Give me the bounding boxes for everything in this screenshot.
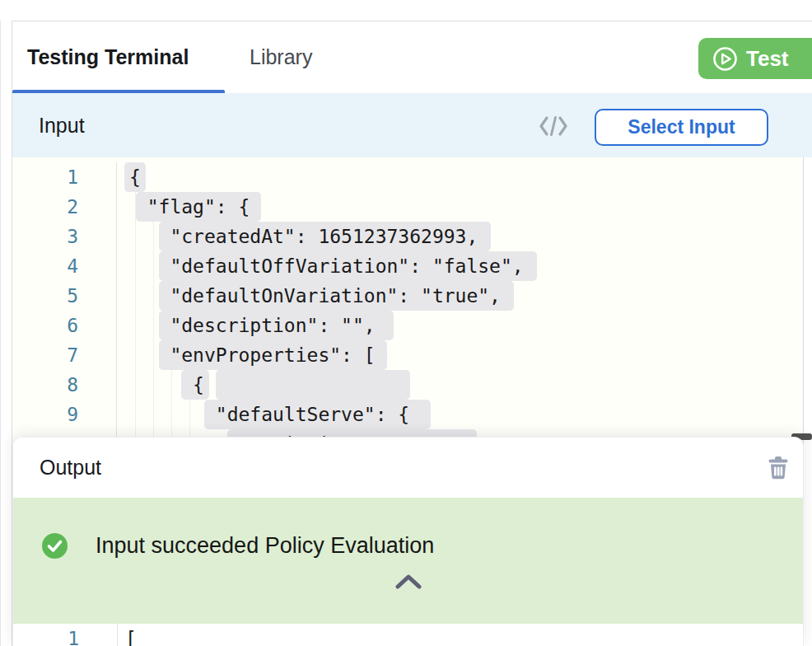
code-line: 4 "defaultOffVariation": "false", xyxy=(12,251,803,281)
output-section-title: Output xyxy=(40,438,101,498)
code-line: 6 "description": "", xyxy=(12,311,803,340)
output-panel: Output Input succeeded Policy Evaluation xyxy=(12,437,804,646)
line-number: 9 xyxy=(12,400,116,429)
tab-library[interactable]: Library xyxy=(250,21,312,93)
line-number: 4 xyxy=(12,251,116,281)
line-number: 3 xyxy=(12,222,116,251)
outer-divider xyxy=(0,21,1,646)
chevron-up-icon[interactable] xyxy=(390,570,427,595)
input-section-title: Input xyxy=(39,93,85,157)
line-number: 5 xyxy=(12,281,116,311)
trash-icon[interactable] xyxy=(767,456,790,480)
line-number: 7 xyxy=(12,340,116,370)
test-button-label: Test xyxy=(746,46,789,72)
line-number: 8 xyxy=(12,370,116,400)
select-input-button[interactable]: Select Input xyxy=(595,109,768,146)
input-section-header: Input Select Input xyxy=(12,93,812,157)
code-line: 1{ xyxy=(12,162,803,192)
success-banner: Input succeeded Policy Evaluation xyxy=(13,498,803,624)
output-code-editor[interactable]: 1[ xyxy=(13,624,803,646)
code-line: 3 "createdAt": 1651237362993, xyxy=(12,222,803,251)
check-circle-icon xyxy=(42,533,68,559)
line-number: 1 xyxy=(13,624,117,646)
line-number: 6 xyxy=(12,311,116,340)
line-number: 1 xyxy=(12,162,116,192)
line-number: 2 xyxy=(12,192,116,222)
success-message: Input succeeded Policy Evaluation xyxy=(96,533,434,559)
tab-testing-terminal[interactable]: Testing Terminal xyxy=(27,21,189,93)
code-line: 5 "defaultOnVariation": "true", xyxy=(12,281,803,311)
code-view-icon[interactable] xyxy=(538,115,569,138)
output-section-header: Output xyxy=(13,438,803,498)
tab-bar: Testing Terminal Library Test xyxy=(12,21,812,93)
test-button[interactable]: Test xyxy=(698,38,812,79)
code-line: 2 "flag": { xyxy=(12,192,803,222)
play-circle-icon xyxy=(712,46,738,72)
code-line: 1[ xyxy=(13,624,803,646)
code-line: 9 "defaultServe": { xyxy=(12,400,803,429)
code-line: 7 "envProperties": [ xyxy=(12,340,803,370)
code-line: 8 { xyxy=(12,370,803,400)
